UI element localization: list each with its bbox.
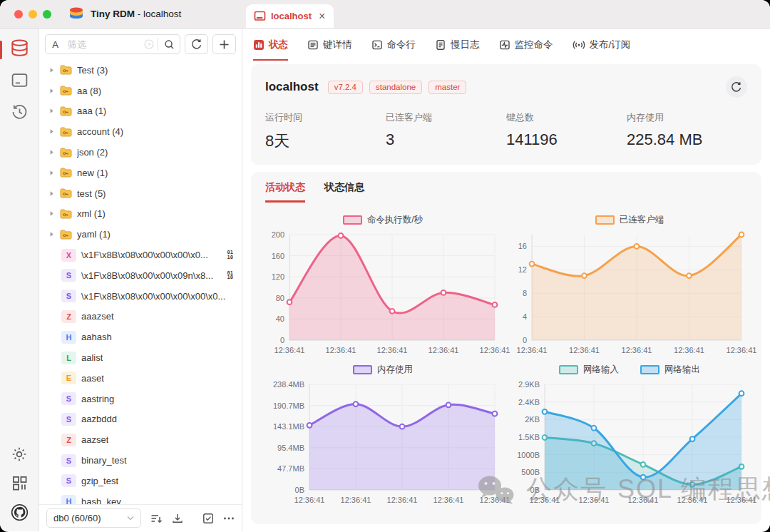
chart-legend: 网络输入网络输出 bbox=[512, 362, 747, 377]
tree-key-row[interactable]: Laalist bbox=[39, 347, 242, 368]
key-name-label: \x1F\x8B\x08\x00\x00\x09n\x8... bbox=[81, 270, 213, 281]
tree-folder-row[interactable]: aa (8) bbox=[39, 81, 242, 101]
key-type-badge: S bbox=[61, 392, 76, 405]
nav-tab-4[interactable]: 监控命令 bbox=[499, 29, 553, 61]
tree-key-row[interactable]: Saastring bbox=[39, 389, 242, 409]
sort-load-icon[interactable] bbox=[150, 513, 163, 524]
chart-legend: 命令执行数/秒 bbox=[265, 212, 500, 227]
more-icon[interactable] bbox=[223, 516, 235, 521]
chevron-right-icon[interactable] bbox=[48, 149, 55, 155]
folder-icon bbox=[60, 188, 72, 198]
filter-mode-button[interactable]: A bbox=[46, 39, 65, 50]
svg-text:8: 8 bbox=[523, 289, 527, 297]
legend-label: 已连客户端 bbox=[620, 214, 664, 226]
folder-label: test (5) bbox=[77, 188, 106, 199]
svg-text:16: 16 bbox=[518, 242, 527, 250]
key-name-label: aazbddd bbox=[81, 414, 117, 424]
tree-key-row[interactable]: Saazbddd bbox=[39, 409, 242, 430]
key-name-label: aazset bbox=[81, 434, 108, 445]
download-icon[interactable] bbox=[172, 513, 183, 524]
gear-icon[interactable] bbox=[11, 446, 28, 463]
key-type-badge: S bbox=[61, 290, 76, 302]
svg-text:12:36:41: 12:36:41 bbox=[274, 346, 305, 354]
chevron-right-icon[interactable] bbox=[48, 128, 55, 135]
svg-text:12:36:41: 12:36:41 bbox=[622, 346, 652, 354]
nav-tab-label: 键详情 bbox=[323, 39, 352, 51]
chevron-down-icon bbox=[127, 516, 134, 521]
refresh-stats-button[interactable] bbox=[726, 76, 747, 98]
folder-label: yaml (1) bbox=[77, 229, 111, 240]
server-badges: v7.2.4standalonemaster bbox=[328, 81, 467, 94]
reload-keys-button[interactable] bbox=[185, 34, 208, 54]
svg-text:500B: 500B bbox=[521, 468, 540, 476]
filter-input[interactable] bbox=[65, 39, 144, 50]
chevron-right-icon[interactable] bbox=[48, 231, 55, 237]
tree-folder-row[interactable]: xml (1) bbox=[39, 204, 242, 225]
tree-folder-row[interactable]: account (4) bbox=[39, 121, 242, 142]
tree-key-row[interactable]: Zaazset bbox=[39, 429, 242, 450]
minimize-window-button[interactable] bbox=[29, 10, 37, 19]
close-icon[interactable]: × bbox=[319, 11, 325, 22]
tree-key-row[interactable]: Zaaazset bbox=[39, 307, 242, 327]
tree-key-row[interactable]: X\x1F\x8B\x08\x00\x00\x00\x0...0110 bbox=[39, 245, 242, 265]
nav-tab-label: 监控命令 bbox=[515, 39, 553, 51]
svg-text:0: 0 bbox=[280, 336, 284, 344]
folder-icon bbox=[60, 168, 72, 178]
nav-tab-5[interactable]: 发布/订阅 bbox=[573, 29, 631, 61]
chevron-right-icon[interactable] bbox=[48, 67, 55, 73]
legend-entry[interactable]: 命令执行数/秒 bbox=[343, 214, 423, 226]
svg-text:12:36:41: 12:36:41 bbox=[480, 346, 510, 354]
server-badge: master bbox=[428, 81, 466, 94]
app-window: Tiny RDM - localhost localhost × A bbox=[0, 0, 770, 532]
legend-entry[interactable]: 已连客户端 bbox=[595, 214, 664, 226]
folder-icon bbox=[60, 106, 72, 116]
apps-grid-icon[interactable] bbox=[11, 475, 28, 491]
stat-value: 225.84 MB bbox=[627, 131, 747, 149]
database-select[interactable]: db0 (60/60) bbox=[46, 508, 141, 528]
nav-tab-1[interactable]: 键详情 bbox=[307, 29, 352, 61]
tree-key-row[interactable]: S\x1F\x8B\x08\x00\x00\x09n\x8...0110 bbox=[39, 265, 242, 286]
close-window-button[interactable] bbox=[14, 10, 23, 19]
nav-tab-status[interactable]: 状态 bbox=[253, 29, 288, 61]
connection-tab[interactable]: localhost × bbox=[246, 4, 334, 28]
add-key-button[interactable] bbox=[212, 34, 236, 54]
svg-text:12:36:41: 12:36:41 bbox=[480, 496, 510, 504]
tree-folder-row[interactable]: test (5) bbox=[39, 183, 242, 204]
tree-folder-row[interactable]: new (1) bbox=[39, 163, 242, 183]
svg-text:12:36:41: 12:36:41 bbox=[433, 496, 464, 504]
history-icon[interactable] bbox=[11, 103, 29, 121]
legend-entry[interactable]: 内存使用 bbox=[353, 364, 413, 376]
database-icon[interactable] bbox=[10, 39, 29, 57]
server-stat: 运行时间8天 bbox=[265, 111, 386, 152]
search-icon[interactable] bbox=[158, 39, 180, 50]
legend-swatch bbox=[343, 215, 362, 225]
checkbox-icon[interactable] bbox=[202, 513, 214, 524]
tree-key-row[interactable]: Hhash_key bbox=[39, 491, 242, 504]
panel-tab-0[interactable]: 活动状态 bbox=[265, 181, 305, 203]
nav-tab-3[interactable]: 慢日志 bbox=[435, 29, 480, 61]
server-box-icon[interactable] bbox=[11, 72, 29, 88]
chart-memory-usage: 内存使用0B47.7MB95.4MB143.1MB190.7MB238.4MB1… bbox=[265, 362, 500, 508]
server-badge: standalone bbox=[369, 81, 422, 94]
tree-folder-row[interactable]: json (2) bbox=[39, 142, 242, 163]
tree-key-row[interactable]: Sbinary_test bbox=[39, 450, 242, 471]
tree-folder-row[interactable]: yaml (1) bbox=[39, 224, 242, 245]
binary-format-icon: 0110 bbox=[227, 271, 233, 280]
panel-tab-1[interactable]: 状态信息 bbox=[324, 181, 364, 203]
chevron-right-icon[interactable] bbox=[48, 88, 55, 94]
tree-folder-row[interactable]: Test (3) bbox=[39, 60, 242, 81]
chevron-right-icon[interactable] bbox=[48, 190, 55, 197]
legend-entry[interactable]: 网络输入 bbox=[559, 364, 619, 376]
zoom-window-button[interactable] bbox=[43, 10, 51, 19]
legend-entry[interactable]: 网络输出 bbox=[640, 364, 700, 376]
tree-key-row[interactable]: Eaaset bbox=[39, 368, 242, 389]
tree-key-row[interactable]: Sgzip_test bbox=[39, 471, 242, 491]
chevron-right-icon[interactable] bbox=[48, 210, 55, 217]
chevron-right-icon[interactable] bbox=[48, 170, 55, 176]
chevron-right-icon[interactable] bbox=[48, 108, 55, 114]
github-icon[interactable] bbox=[11, 503, 29, 521]
tree-key-row[interactable]: Haahash bbox=[39, 327, 242, 347]
tree-folder-row[interactable]: aaa (1) bbox=[39, 101, 242, 122]
tree-key-row[interactable]: S\x1F\x8B\x08\x00\x00\x00\x00\x0... bbox=[39, 286, 242, 307]
nav-tab-2[interactable]: 命令行 bbox=[371, 29, 416, 61]
